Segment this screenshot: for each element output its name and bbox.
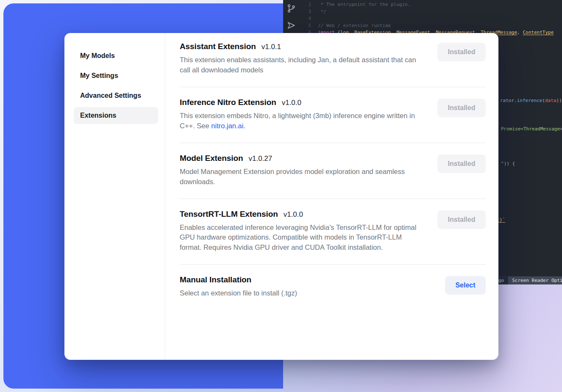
settings-sidebar: My Models My Settings Advanced Settings … (64, 33, 165, 360)
manual-installation-description: Select an extension file to install (.tg… (180, 288, 297, 298)
line-number: 2 (300, 1, 311, 8)
line-number: 4 (300, 15, 311, 22)
code-text: // Web / extension runtime (318, 23, 391, 28)
sidebar-item-advanced-settings[interactable]: Advanced Settings (74, 87, 158, 104)
git-branch-icon[interactable] (286, 3, 296, 14)
installed-button: Installed (437, 210, 486, 229)
code-line: 4 (300, 15, 562, 22)
screen-reader-badge[interactable]: Screen Reader Optimized (508, 276, 562, 284)
line-number: 5 (300, 22, 311, 30)
extension-title: TensortRT-LLM Extension (180, 210, 278, 219)
installed-button: Installed (437, 43, 486, 61)
code-fragment: ")) { (501, 160, 515, 167)
extension-info: Manual Installation Select an extension … (180, 275, 297, 298)
code-line: 3 */ (300, 8, 562, 16)
extension-info: TensortRT-LLM Extension v1.0.0 Enables a… (180, 210, 422, 253)
code-editor-content: 2 * The entrypoint for the plugin. 3 */ … (300, 1, 562, 36)
code-line: 2 * The entrypoint for the plugin. (300, 1, 562, 8)
desktop-background: 2 * The entrypoint for the plugin. 3 */ … (0, 0, 562, 392)
extension-version: v1.0.0 (282, 99, 301, 107)
sidebar-item-my-models[interactable]: My Models (74, 47, 158, 64)
extension-row-tensorrt-llm: TensortRT-LLM Extension v1.0.0 Enables a… (180, 199, 486, 265)
status-text: go (498, 278, 504, 283)
extension-info: Inference Nitro Extension v1.0.0 This ex… (180, 98, 422, 131)
extension-version: v1.0.27 (248, 155, 272, 163)
extension-version: v1.0.0 (284, 210, 303, 219)
settings-modal: My Models My Settings Advanced Settings … (64, 33, 498, 360)
extension-description: This extension enables assistants, inclu… (180, 55, 422, 75)
code-text: * The entrypoint for the plugin. (318, 2, 411, 7)
extension-info: Model Extension v1.0.27 Model Management… (180, 154, 422, 187)
nitro-jan-ai-link[interactable]: nitro.jan.ai. (211, 122, 245, 130)
code-fragment: rator.inference(data)); (500, 97, 562, 104)
select-file-button[interactable]: Select (445, 276, 486, 295)
sidebar-item-extensions[interactable]: Extensions (74, 107, 158, 124)
code-fragment: Promise<ThreadMessage> (501, 126, 562, 132)
extension-description: This extension embeds Nitro, a lightweig… (180, 111, 422, 131)
extension-description: Enables accelerated inference leveraging… (180, 223, 422, 253)
extension-version: v1.0.1 (262, 43, 281, 51)
installed-button: Installed (437, 155, 486, 173)
code-line: 5// Web / extension runtime (300, 22, 562, 30)
extension-title: Inference Nitro Extension (180, 98, 276, 107)
extension-title: Assistant Extension (180, 42, 256, 51)
extension-description: Model Management Extension provides mode… (180, 167, 422, 187)
manual-installation-title: Manual Installation (180, 275, 251, 284)
extensions-panel: Assistant Extension v1.0.1 This extensio… (165, 33, 498, 360)
code-text: */ (318, 9, 326, 14)
send-icon[interactable] (286, 20, 296, 30)
extension-row-model: Model Extension v1.0.27 Model Management… (180, 143, 486, 199)
extension-row-assistant: Assistant Extension v1.0.1 This extensio… (180, 33, 486, 87)
line-number: 3 (300, 8, 311, 16)
installed-button: Installed (437, 99, 486, 117)
extension-title: Model Extension (180, 154, 243, 163)
editor-activity-bar (286, 3, 296, 30)
manual-installation-row: Manual Installation Select an extension … (180, 265, 486, 310)
extension-info: Assistant Extension v1.0.1 This extensio… (180, 42, 422, 75)
extension-row-inference-nitro: Inference Nitro Extension v1.0.0 This ex… (180, 87, 486, 143)
sidebar-item-my-settings[interactable]: My Settings (74, 67, 158, 84)
